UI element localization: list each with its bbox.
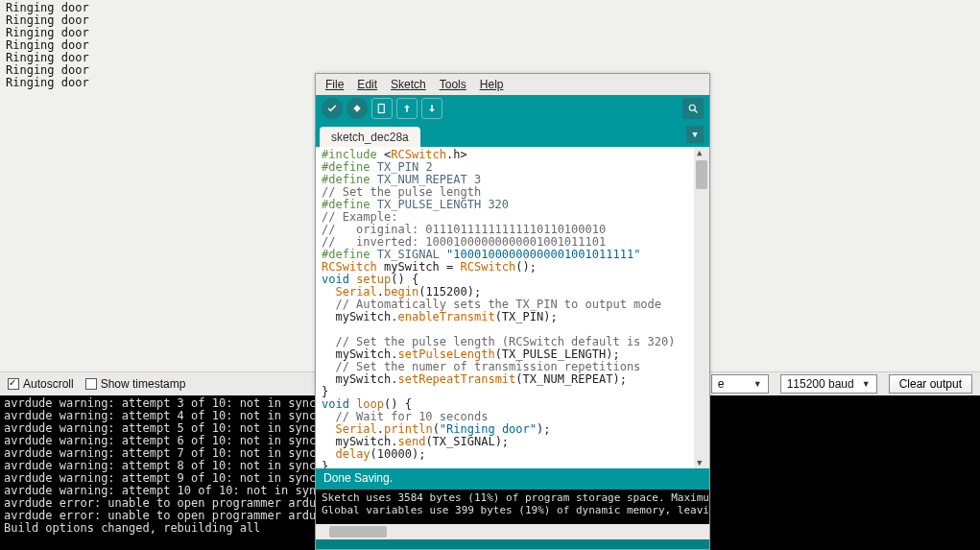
ide-status-bar: Done Saving.	[316, 468, 709, 490]
checkbox-icon	[85, 378, 97, 390]
editor-scrollbar[interactable]: ▲ ▼	[694, 147, 709, 468]
new-sketch-button[interactable]	[371, 98, 393, 119]
autoscroll-checkbox[interactable]: Autoscroll	[8, 377, 74, 391]
timestamp-label: Show timestamp	[101, 377, 186, 391]
scrollbar-thumb[interactable]	[696, 160, 707, 189]
chevron-down-icon: ▼	[862, 379, 871, 389]
arduino-ide-window: File Edit Sketch Tools Help sketch_dec28…	[315, 73, 710, 550]
menu-help[interactable]: Help	[480, 78, 504, 91]
ide-menu-bar: File Edit Sketch Tools Help	[316, 74, 709, 95]
ide-tab-bar: sketch_dec28a ▼	[316, 122, 709, 147]
clear-output-button[interactable]: Clear output	[889, 374, 972, 394]
serial-line: Ringing door	[6, 2, 974, 14]
ide-footer	[316, 539, 709, 549]
save-sketch-button[interactable]	[421, 98, 442, 119]
svg-point-1	[689, 105, 695, 110]
svg-rect-0	[378, 105, 384, 113]
menu-edit[interactable]: Edit	[357, 78, 377, 91]
scroll-up-icon: ▲	[697, 148, 702, 157]
line-ending-value: e	[718, 377, 725, 391]
checkbox-icon	[8, 378, 19, 390]
serial-line: Ringing door	[6, 39, 974, 52]
sketch-tab[interactable]: sketch_dec28a	[320, 127, 420, 147]
timestamp-checkbox[interactable]: Show timestamp	[85, 377, 186, 391]
baud-value: 115200 baud	[787, 377, 854, 391]
code-editor[interactable]: #include <RCSwitch.h> #define TX_PIN 2 #…	[316, 147, 694, 468]
ide-toolbar	[316, 95, 709, 122]
svg-line-2	[695, 110, 698, 113]
verify-button[interactable]	[322, 98, 343, 119]
serial-line: Ringing door	[6, 27, 974, 39]
upload-button[interactable]	[347, 98, 368, 119]
ide-build-console[interactable]: Sketch uses 3584 bytes (11%) of program …	[316, 490, 709, 524]
menu-tools[interactable]: Tools	[440, 78, 466, 91]
console-line: Global variables use 399 bytes (19%) of …	[322, 504, 704, 516]
code-editor-wrap: #include <RCSwitch.h> #define TX_PIN 2 #…	[316, 147, 709, 468]
menu-sketch[interactable]: Sketch	[391, 78, 426, 91]
autoscroll-label: Autoscroll	[23, 377, 74, 391]
console-line: Sketch uses 3584 bytes (11%) of program …	[322, 491, 704, 504]
scroll-down-icon: ▼	[697, 458, 702, 467]
baud-dropdown[interactable]: 115200 baud ▼	[780, 374, 877, 394]
scrollbar-thumb[interactable]	[329, 526, 387, 538]
line-ending-dropdown[interactable]: e ▼	[711, 374, 769, 394]
open-sketch-button[interactable]	[396, 98, 418, 119]
menu-file[interactable]: File	[325, 78, 344, 91]
serial-line: Ringing door	[6, 14, 974, 27]
console-hscrollbar[interactable]	[316, 524, 709, 539]
serial-line: Ringing door	[6, 52, 974, 64]
serial-monitor-button[interactable]	[682, 98, 704, 119]
chevron-down-icon: ▼	[753, 379, 762, 389]
tab-menu-button[interactable]: ▼	[686, 126, 704, 143]
